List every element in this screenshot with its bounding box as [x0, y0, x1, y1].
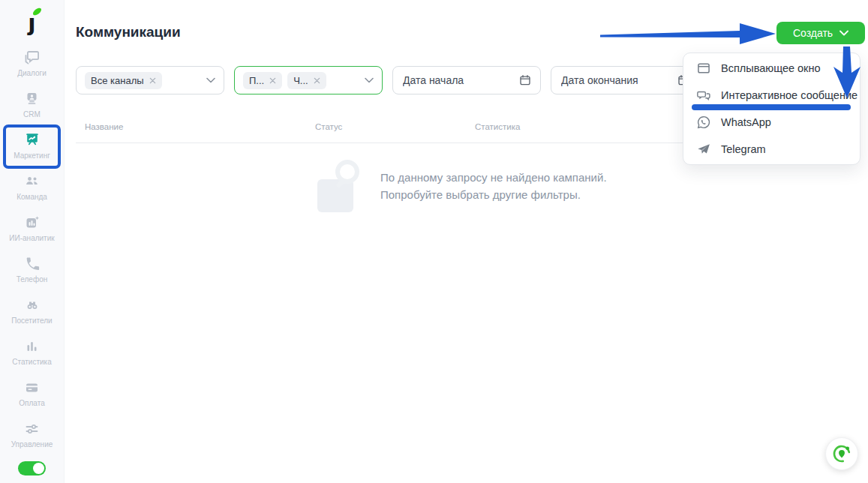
popup-window-icon	[696, 61, 711, 76]
chat-widget-button[interactable]	[825, 437, 858, 470]
sidebar-item-dialogs[interactable]: Диалоги	[0, 42, 64, 83]
date-end-field[interactable]	[551, 66, 699, 94]
empty-state-line2: Попробуйте выбрать другие фильтры.	[380, 186, 607, 203]
sidebar-online-toggle[interactable]	[18, 461, 46, 476]
sidebar-item-label: Телефон	[17, 276, 47, 284]
column-header-status: Статус	[315, 122, 342, 131]
telegram-icon	[696, 142, 711, 157]
crm-icon	[23, 90, 41, 108]
date-end-input[interactable]	[560, 74, 671, 87]
sidebar-item-label: Оплата	[19, 400, 44, 407]
sidebar-item-label: CRM	[23, 111, 41, 118]
management-icon	[23, 420, 41, 438]
sidebar-item-ai-analyst[interactable]: ИИ-аналитик	[0, 207, 64, 248]
toggle-knob	[33, 463, 44, 474]
menu-item-label: Интерактивное сообщение	[721, 89, 857, 101]
app-logo[interactable]: ȷ	[0, 4, 64, 42]
filter-bar: Все каналы П... Ч...	[76, 66, 699, 94]
folder-icon	[317, 179, 353, 212]
sidebar-item-phone[interactable]: Телефон	[0, 248, 64, 290]
page-title: Коммуникации	[76, 24, 181, 40]
chip-remove-icon[interactable]	[269, 77, 276, 84]
types-filter[interactable]: П... Ч...	[234, 66, 383, 94]
calendar-icon[interactable]	[518, 74, 532, 87]
date-start-field[interactable]	[392, 66, 541, 94]
filter-chip[interactable]: Все каналы	[85, 72, 162, 89]
annotation-arrow-right	[600, 23, 776, 44]
jivo-widget-icon	[831, 443, 852, 464]
create-dropdown-menu: Всплывающее окно Интерактивное сообщение…	[683, 52, 860, 165]
sidebar-item-management[interactable]: Управление	[0, 413, 64, 454]
chevron-down-icon	[839, 30, 848, 36]
menu-item-label: WhatsApp	[721, 116, 771, 128]
sidebar-item-crm[interactable]: CRM	[0, 83, 64, 124]
menu-item-label: Всплывающее окно	[721, 62, 821, 74]
menu-item-label: Telegram	[721, 143, 766, 155]
magnifier-icon	[335, 160, 359, 184]
dialogs-icon	[23, 49, 41, 67]
menu-item-telegram[interactable]: Telegram	[683, 136, 860, 163]
create-button-label: Создать	[793, 27, 833, 39]
whatsapp-icon	[696, 115, 711, 130]
sidebar-item-payment[interactable]: Оплата	[0, 372, 64, 413]
menu-item-popup-window[interactable]: Всплывающее окно	[683, 55, 860, 82]
sidebar-item-label: ИИ-аналитик	[9, 235, 54, 242]
column-header-name: Название	[85, 122, 123, 131]
visitors-icon	[23, 296, 42, 314]
ai-analyst-icon	[23, 214, 41, 232]
chip-label: Ч...	[293, 75, 308, 86]
chip-label: Все каналы	[91, 75, 144, 86]
chip-remove-icon[interactable]	[149, 77, 156, 84]
sidebar-item-label: Команда	[17, 194, 47, 201]
sidebar: ȷ Диалоги CRM Маркетинг	[0, 0, 65, 483]
empty-state-text: По данному запросу не найдено кампаний. …	[380, 169, 607, 203]
statistics-icon	[23, 338, 41, 356]
sidebar-item-label: Статистика	[12, 358, 52, 366]
menu-item-whatsapp[interactable]: WhatsApp	[683, 109, 860, 136]
chat-bubbles-icon	[696, 88, 711, 103]
chip-remove-icon[interactable]	[314, 77, 320, 84]
payment-icon	[23, 379, 41, 397]
marketing-icon	[23, 130, 42, 149]
channels-filter[interactable]: Все каналы	[76, 66, 224, 94]
sidebar-item-marketing[interactable]: Маркетинг	[0, 124, 64, 166]
chip-label: П...	[249, 75, 264, 86]
sidebar-item-label: Маркетинг	[14, 152, 50, 160]
sidebar-item-label: Управление	[11, 441, 53, 448]
filter-chip[interactable]: П...	[243, 72, 282, 89]
empty-state: По данному запросу не найдено кампаний. …	[317, 158, 607, 214]
chevron-down-icon	[365, 77, 374, 83]
sidebar-item-visitors[interactable]: Посетители	[0, 290, 64, 331]
phone-icon	[23, 255, 41, 273]
sidebar-item-team[interactable]: Команда	[0, 166, 64, 207]
menu-item-interactive-message[interactable]: Интерактивное сообщение	[683, 82, 860, 109]
sidebar-item-label: Диалоги	[17, 70, 47, 77]
create-button[interactable]: Создать	[776, 22, 865, 44]
leaf-icon	[32, 7, 43, 17]
sidebar-item-label: Посетители	[11, 317, 52, 325]
chevron-down-icon	[206, 77, 215, 83]
filter-chip[interactable]: Ч...	[287, 72, 326, 89]
empty-state-line1: По данному запросу не найдено кампаний.	[380, 169, 607, 186]
sidebar-item-statistics[interactable]: Статистика	[0, 331, 64, 372]
date-start-input[interactable]	[401, 74, 513, 87]
team-icon	[23, 172, 41, 190]
column-header-statistics: Статистика	[475, 122, 520, 131]
empty-search-illustration	[317, 158, 361, 214]
